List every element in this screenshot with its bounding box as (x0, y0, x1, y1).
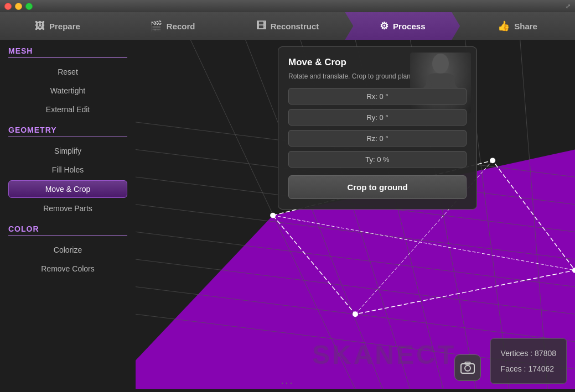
reconstruct-icon: 🎞 (256, 20, 266, 32)
tab-reconstruct[interactable]: 🎞 Reconstruct (230, 12, 345, 40)
main-content: Mesh Reset Watertight External Edit Geom… (0, 40, 575, 392)
rx-slider-row: Rx: 0 ° (288, 88, 467, 104)
tab-share-label: Share (514, 22, 537, 31)
expand-icon[interactable]: ⤢ (566, 3, 571, 10)
sidebar: Mesh Reset Watertight External Edit Geom… (0, 40, 136, 392)
color-divider (8, 236, 127, 236)
svg-point-24 (432, 54, 449, 74)
ty-slider-row: Ty: 0 % (288, 151, 467, 168)
svg-point-26 (465, 365, 470, 371)
move-crop-button[interactable]: Move & Crop (8, 180, 127, 198)
rz-slider-row: Rz: 0 ° (288, 130, 467, 147)
geometry-section: Geometry Simplify Fill Holes Move & Crop… (8, 126, 127, 217)
crop-ground-button[interactable]: Crop to ground (288, 175, 467, 199)
tab-process-label: Process (393, 22, 425, 31)
title-bar: ⤢ (0, 0, 575, 12)
record-icon: 🎬 (150, 20, 162, 32)
remove-parts-button[interactable]: Remove Parts (8, 200, 127, 217)
external-edit-button[interactable]: External Edit (8, 101, 127, 118)
ry-slider-row: Ry: 0 ° (288, 109, 467, 126)
prepare-icon: 🖼 (35, 20, 45, 32)
process-icon: ⚙ (380, 20, 388, 32)
ry-slider[interactable]: Ry: 0 ° (288, 109, 467, 126)
color-section-title: Color (8, 224, 127, 233)
tab-prepare[interactable]: 🖼 Prepare (0, 12, 115, 40)
tab-bar: 🖼 Prepare 🎬 Record 🎞 Reconstruct ⚙ Proce… (0, 12, 575, 40)
minimize-button[interactable] (15, 3, 22, 10)
geometry-divider (8, 137, 127, 137)
reset-button[interactable]: Reset (8, 64, 127, 80)
tab-record-label: Record (167, 22, 195, 31)
rz-slider[interactable]: Rz: 0 ° (288, 130, 467, 147)
viewport[interactable]: Move & Crop Rotate and translate. Crop t… (136, 40, 575, 392)
vertices-label: Vertices : (501, 349, 533, 358)
rx-slider[interactable]: Rx: 0 ° (288, 88, 467, 104)
crop-panel: Move & Crop Rotate and translate. Crop t… (278, 46, 477, 210)
colorize-button[interactable]: Colorize (8, 242, 127, 258)
faces-label: Faces : (501, 364, 526, 373)
ty-slider[interactable]: Ty: 0 % (288, 151, 467, 168)
fill-holes-button[interactable]: Fill Holes (8, 161, 127, 178)
close-button[interactable] (4, 3, 12, 10)
stats-box: Vertices : 87808 Faces : 174062 (490, 338, 567, 384)
maximize-button[interactable] (25, 3, 33, 10)
faces-row: Faces : 174062 (501, 361, 556, 377)
mesh-divider (8, 58, 127, 58)
vertices-value: 87808 (535, 349, 556, 358)
mesh-section-title: Mesh (8, 46, 127, 55)
tab-prepare-label: Prepare (49, 22, 80, 31)
tab-process[interactable]: ⚙ Process (345, 12, 460, 40)
tab-record[interactable]: 🎬 Record (115, 12, 230, 40)
remove-colors-button[interactable]: Remove Colors (8, 260, 127, 277)
tab-reconstruct-label: Reconstruct (271, 22, 319, 31)
geometry-section-title: Geometry (8, 126, 127, 134)
vertices-row: Vertices : 87808 (501, 346, 556, 361)
mesh-section: Mesh Reset Watertight External Edit (8, 46, 127, 118)
camera-button[interactable] (454, 354, 481, 381)
simplify-button[interactable]: Simplify (8, 143, 127, 159)
color-section: Color Colorize Remove Colors (8, 224, 127, 277)
tab-share[interactable]: 👍 Share (460, 12, 575, 40)
faces-value: 174062 (528, 364, 554, 373)
watertight-button[interactable]: Watertight (8, 82, 127, 99)
share-icon: 👍 (498, 20, 510, 32)
